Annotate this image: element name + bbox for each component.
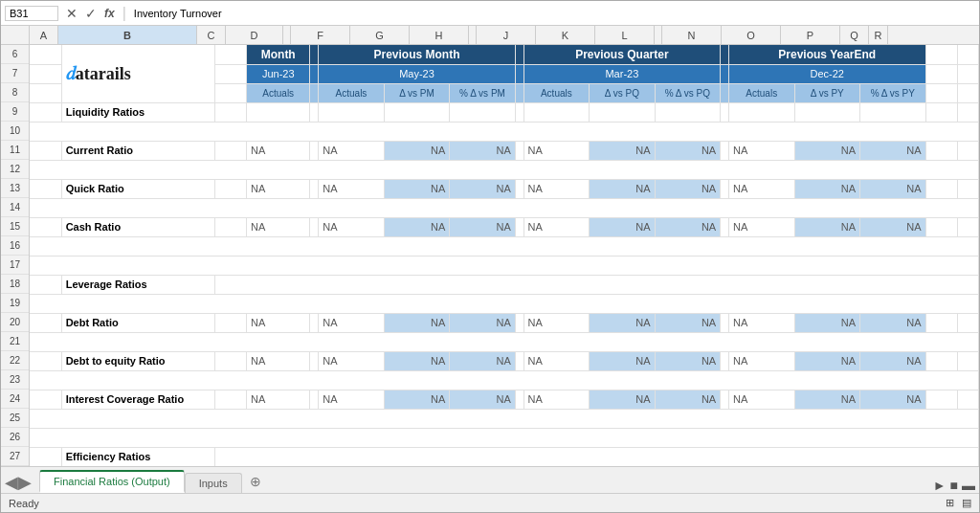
col-header-a[interactable]: A [30,26,58,44]
cell-r9 [957,102,978,122]
confirm-icon[interactable]: ✓ [85,6,97,21]
row-num-25[interactable]: 25 [1,409,29,428]
row-16 [30,236,979,256]
col-header-c[interactable]: C [197,26,226,44]
column-headers: A B C D F G H J K L N O P Q R [1,26,979,45]
cell-a20 [30,313,61,332]
col-header-k[interactable]: K [536,26,595,44]
row-num-22[interactable]: 22 [1,351,29,370]
formula-input[interactable]: Inventory Turnover [130,7,975,20]
col-header-e[interactable] [283,26,291,44]
cell-a18 [30,275,61,294]
row-26 [30,428,979,447]
cell-b24: Interest Coverage Ratio [61,390,214,409]
col-header-g[interactable]: G [350,26,410,44]
list-view-icon[interactable]: ▬ [962,478,975,493]
cell-h24: NA [450,390,516,409]
cell-l9 [655,102,721,122]
row-num-14[interactable]: 14 [1,198,29,217]
col-header-n[interactable]: N [662,26,722,44]
cell-p20: NA [860,313,926,332]
cell-row10 [30,122,979,141]
cell-n11: NA [728,141,794,160]
scroll-right-icon[interactable]: ► [933,478,947,493]
row-num-10[interactable]: 10 [1,122,29,141]
row-num-9[interactable]: 9 [1,102,29,122]
cell-rest27 [214,447,978,466]
grid-icon[interactable]: ⊞ [946,497,954,509]
col-header-j[interactable]: J [477,26,536,44]
cell-g24: NA [384,390,450,409]
cell-j24: NA [523,390,590,409]
row-num-18[interactable]: 18 [1,275,29,294]
cell-g13: NA [384,179,450,198]
cell-f24: NA [319,390,385,409]
row-num-8[interactable]: 8 [1,83,29,102]
row-num-23[interactable]: 23 [1,370,29,390]
tab-inputs[interactable]: Inputs [185,473,242,493]
col-header-i[interactable] [469,26,477,44]
cell-o24: NA [794,390,860,409]
row-13: Quick Ratio NA NA NA NA NA NA NA [30,179,979,198]
row-num-12[interactable]: 12 [1,160,29,179]
cell-row25 [30,409,979,428]
cell-q22 [925,351,957,370]
row-num-24[interactable]: 24 [1,390,29,409]
col-header-m[interactable] [655,26,662,44]
cell-d20: NA [247,313,310,332]
tab-financial-ratios[interactable]: Financial Ratios (Output) [39,470,185,493]
grid-view-icon[interactable]: ■ [950,478,958,493]
cell-o13: NA [794,179,860,198]
cell-rest18 [214,275,978,294]
row-num-21[interactable]: 21 [1,332,29,351]
tab-nav-right[interactable]: ▶ [18,472,32,493]
cell-i11 [515,141,523,160]
col-header-h[interactable]: H [410,26,469,44]
row-num-6[interactable]: 6 [1,45,29,64]
cell-p9 [860,102,926,122]
row-num-17[interactable]: 17 [1,256,29,275]
row-num-7[interactable]: 7 [1,64,29,83]
row-num-20[interactable]: 20 [1,313,29,332]
function-icon[interactable]: fx [104,7,115,20]
row-num-11[interactable]: 11 [1,141,29,160]
row-num-19[interactable]: 19 [1,294,29,313]
col-header-o[interactable]: O [722,26,781,44]
col-header-q[interactable]: Q [840,26,869,44]
cell-c15 [214,217,246,236]
col-header-d[interactable]: D [226,26,283,44]
cell-d22: NA [247,351,310,370]
cell-k11: NA [590,141,656,160]
col-header-l[interactable]: L [595,26,655,44]
row-num-26[interactable]: 26 [1,428,29,447]
cell-p24: NA [860,390,926,409]
layout-icon[interactable]: ▤ [962,497,971,509]
cell-reference[interactable]: B31 [5,6,58,21]
app-window: B31 ✕ ✓ fx | Inventory Turnover A B C D … [0,0,980,513]
cell-q6 [925,45,957,64]
col-header-r[interactable]: R [869,26,888,44]
row-num-13[interactable]: 13 [1,179,29,198]
col-header-selector[interactable] [1,26,30,44]
cell-q8 [925,83,957,102]
row-num-27[interactable]: 27 [1,447,29,466]
col-header-b[interactable]: B [58,26,197,44]
cell-d9 [247,102,310,122]
main-grid: 𝑑atarails Month Previous Month Previous … [30,45,979,466]
cell-n20: NA [728,313,794,332]
row-num-16[interactable]: 16 [1,236,29,256]
cell-i9 [515,102,523,122]
col-header-f[interactable]: F [291,26,350,44]
cell-r6 [957,45,978,64]
cell-l24: NA [655,390,721,409]
cell-b22: Debt to equity Ratio [61,351,214,370]
col-header-p[interactable]: P [781,26,840,44]
tab-add-button[interactable]: ⊕ [242,470,269,493]
row-18: Leverage Ratios [30,275,979,294]
tab-nav-left[interactable]: ◀ [5,472,18,493]
cell-i15 [515,217,523,236]
cancel-icon[interactable]: ✕ [66,6,78,21]
cell-i13 [515,179,523,198]
cell-g11: NA [384,141,450,160]
row-num-15[interactable]: 15 [1,217,29,236]
